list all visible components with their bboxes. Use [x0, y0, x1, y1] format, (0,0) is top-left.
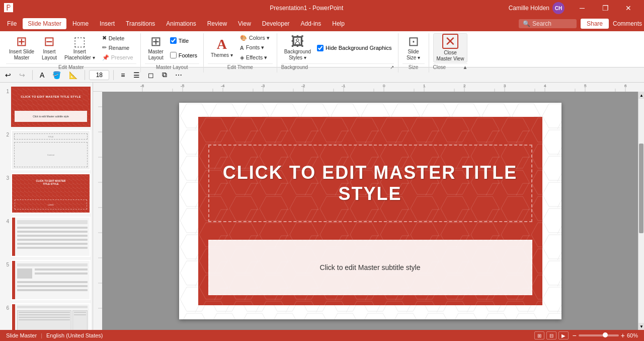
menu-transitions[interactable]: Transitions — [121, 18, 160, 29]
hide-bg-checkbox[interactable]: Hide Background Graphics — [315, 44, 393, 52]
slide-thumbnail-2[interactable]: TITLE Content — [11, 130, 91, 170]
search-input[interactable] — [532, 20, 573, 27]
menu-bar: File Slide Master Home Insert Transition… — [0, 16, 644, 31]
slide-thumbnail-6[interactable] — [11, 303, 91, 330]
slide-subtitle-box[interactable]: Click to edit Master subtitle style — [208, 240, 532, 295]
slide-thumbnail-3[interactable]: CLICK TO EDIT MASTERTITLE STYLE subtitle — [11, 173, 91, 214]
menu-view[interactable]: View — [233, 18, 256, 29]
menu-animations[interactable]: Animations — [161, 18, 201, 29]
slide-title-text: CLICK TO EDIT MASTER TITLE STYLE — [209, 162, 531, 204]
scroll-down-button[interactable]: ▼ — [638, 323, 644, 330]
font-size-selector[interactable]: 18 — [89, 70, 109, 80]
master-layout-button[interactable]: ⊞ MasterLayout — [145, 33, 167, 62]
zoom-slider-thumb[interactable] — [603, 332, 608, 337]
arrange-button[interactable]: ⧉ — [159, 69, 170, 81]
theme-dropdowns: 🎨 Colors ▾ A Fonts ▾ ◈ Effects ▾ — [237, 33, 273, 62]
background-styles-button[interactable]: 🖼 BackgroundStyles ▾ — [281, 33, 314, 62]
align-left-button[interactable]: ≡ — [118, 70, 128, 81]
status-bar-right: ⊞ ⊟ ▶ − + 60% — [534, 331, 638, 339]
menu-insert[interactable]: Insert — [95, 18, 120, 29]
comments-button[interactable]: Comments — [613, 20, 642, 27]
user-info: Camille Holden CH — [509, 2, 565, 14]
footers-checkbox[interactable]: Footers — [168, 51, 199, 59]
slide-thumbnail-1[interactable]: CLICK TO EDIT MASTER TITLE STYLE Click t… — [11, 87, 91, 127]
redo-button[interactable]: ↪ — [16, 70, 28, 81]
slide-red-bg: CLICK TO EDIT MASTER TITLE STYLE Click t… — [198, 117, 542, 305]
title-checkbox[interactable]: Title — [168, 37, 199, 44]
slide-canvas-area: -6 -5 -4 -3 -2 -1 0 1 2 — [93, 83, 644, 330]
delete-button[interactable]: ✖Delete — [99, 33, 136, 43]
preserve-button[interactable]: 📌Preserve — [99, 53, 136, 62]
hide-bg-checkbox-input[interactable] — [317, 45, 324, 51]
footers-checkbox-input[interactable] — [170, 52, 177, 58]
svg-text:-6: -6 — [140, 84, 144, 88]
zoom-in-button[interactable]: + — [621, 331, 625, 339]
menu-review[interactable]: Review — [202, 18, 232, 29]
title-checkbox-input[interactable] — [170, 37, 177, 44]
share-button[interactable]: Share — [581, 19, 609, 29]
menu-add-ins[interactable]: Add-ins — [296, 18, 327, 29]
effects-dropdown[interactable]: ◈ Effects ▾ — [237, 53, 273, 62]
outline-button[interactable]: 📐 — [66, 70, 80, 81]
slide-thumbnail-4[interactable] — [11, 217, 91, 257]
shape-button[interactable]: ◻ — [145, 70, 157, 81]
insert-slide-master-button[interactable]: ⊞ Insert SlideMaster — [6, 33, 37, 62]
fill-color-button[interactable]: 🪣 — [49, 70, 64, 81]
menu-developer[interactable]: Developer — [257, 18, 295, 29]
themes-button[interactable]: A Themes ▾ — [208, 33, 236, 62]
more-tools-button[interactable]: ⋯ — [172, 70, 185, 81]
search-area[interactable]: 🔍 — [519, 19, 577, 28]
slide-subtitle-text: Click to edit Master subtitle style — [320, 263, 421, 271]
normal-view-button[interactable]: ⊞ — [534, 331, 544, 339]
colors-dropdown[interactable]: 🎨 Colors ▾ — [237, 33, 273, 43]
slide-thumb-5[interactable]: 5 — [2, 260, 91, 300]
reading-view-button[interactable]: ▶ — [558, 331, 569, 339]
svg-text:-4: -4 — [221, 84, 225, 88]
slide-size-button[interactable]: ⊡ SlideSize ▾ — [403, 33, 425, 62]
align-center-button[interactable]: ☰ — [130, 70, 143, 81]
zoom-slider[interactable] — [579, 334, 619, 336]
close-master-view-button[interactable]: ✕ CloseMaster View — [433, 33, 468, 62]
menu-help[interactable]: Help — [327, 18, 350, 29]
fonts-dropdown[interactable]: A Fonts ▾ — [237, 43, 273, 52]
toolbar-divider-1 — [32, 70, 33, 80]
menu-file[interactable]: File — [2, 18, 22, 29]
insert-placeholder-button[interactable]: ⬚ InsertPlaceholder ▾ — [61, 33, 98, 62]
slide-thumb-6[interactable]: 6 — [2, 303, 91, 330]
svg-text:0: 0 — [383, 84, 385, 88]
rename-button[interactable]: ✏Rename — [99, 43, 136, 52]
scrollbar-track[interactable] — [638, 99, 644, 323]
svg-text:-3: -3 — [261, 84, 265, 88]
toolbar-divider-2 — [85, 70, 85, 80]
minimize-button[interactable]: ─ — [571, 0, 594, 16]
right-scrollbar[interactable]: ▲ ▼ — [638, 92, 644, 330]
close-window-button[interactable]: ✕ — [617, 0, 640, 16]
scroll-up-button[interactable]: ▲ — [638, 92, 644, 99]
slide-thumb-1[interactable]: 1 CLICK TO EDIT MASTER TITLE STYLE Click… — [2, 87, 91, 127]
background-options: Hide Background Graphics — [315, 33, 393, 62]
slide-thumb-4[interactable]: 4 — [2, 217, 91, 257]
zoom-out-button[interactable]: − — [573, 331, 577, 339]
svg-rect-39 — [93, 92, 102, 330]
slide-thumb-2[interactable]: 2 TITLE Content — [2, 130, 91, 170]
menu-slide-master[interactable]: Slide Master — [23, 18, 66, 29]
font-color-button[interactable]: A — [37, 70, 47, 81]
menu-home[interactable]: Home — [67, 18, 94, 29]
svg-text:4: 4 — [544, 84, 546, 88]
undo-button[interactable]: ↩ — [2, 70, 14, 81]
slide-size-icon: ⊡ — [408, 35, 419, 48]
slide-title-box[interactable]: CLICK TO EDIT MASTER TITLE STYLE — [208, 145, 532, 222]
ribbon: ⊞ Insert SlideMaster ⊟ InsertLayout ⬚ In… — [0, 31, 644, 67]
main-slide[interactable]: CLICK TO EDIT MASTER TITLE STYLE Click t… — [179, 103, 561, 319]
slide-number-5: 5 — [2, 260, 9, 267]
restore-button[interactable]: ❐ — [594, 0, 617, 16]
slide-thumb-3[interactable]: 3 CLICK TO EDIT MASTERTITLE STYLE subtit… — [2, 173, 91, 214]
slide-thumbnail-5[interactable] — [11, 260, 91, 300]
title-bar: 🅿 Presentation1 - PowerPoint Camille Hol… — [0, 0, 644, 16]
close-master-view-icon: ✕ — [442, 34, 458, 49]
slide-sorter-button[interactable]: ⊟ — [546, 331, 556, 339]
insert-layout-button[interactable]: ⊟ InsertLayout — [38, 33, 60, 62]
scrollbar-thumb[interactable] — [639, 144, 643, 233]
slide-number-1: 1 — [2, 87, 9, 94]
language-label: English (United States) — [46, 332, 103, 338]
